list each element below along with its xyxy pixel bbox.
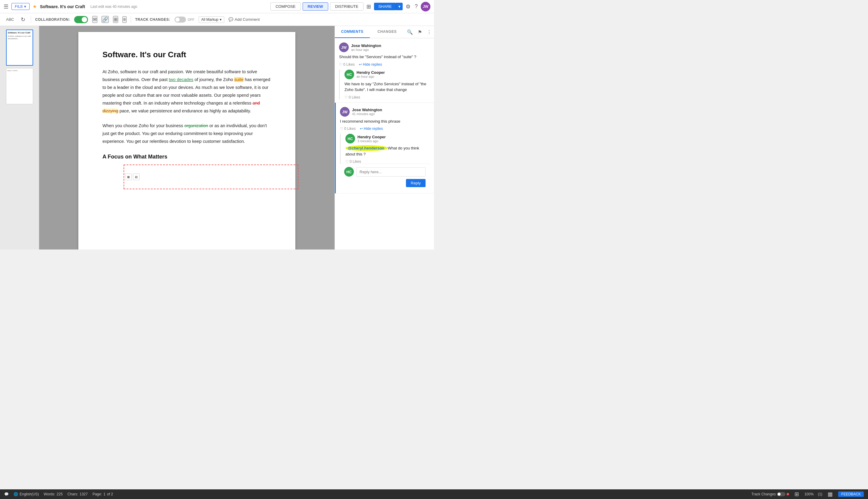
document-area[interactable]: ⊠ ⊟ Software. It's our Craft At Zoho, so…: [39, 26, 334, 250]
tab-comments[interactable]: COMMENTS: [335, 26, 370, 38]
reply-likes-1: 0 Likes: [349, 95, 360, 99]
reply-actions-1: ♡ 0 Likes: [344, 95, 430, 99]
grid-icon-button[interactable]: ⊞: [113, 16, 118, 23]
like-button-1[interactable]: ♡ 0 Likes: [339, 62, 355, 66]
page-thumbnail-1[interactable]: Software. It's our Craft At Zoho, softwa…: [6, 29, 33, 66]
like-button-2[interactable]: ♡ 0 Likes: [340, 126, 356, 131]
collaboration-label: COLLABORATION:: [35, 17, 70, 22]
help-icon-button[interactable]: ?: [414, 2, 419, 11]
toolbar-separator: [31, 16, 31, 23]
like-button-reply-1[interactable]: ♡ 0 Likes: [344, 95, 360, 99]
reply-meta-1: Hendry Cooper an hour ago: [356, 70, 385, 78]
more-options-icon[interactable]: ⋮: [424, 26, 434, 38]
comment-meta-2: Jose Wahington 41 minutes ago: [352, 108, 382, 116]
para1-of: of journey, the Zoho: [193, 77, 234, 82]
avatar-hendry-2: HC: [345, 134, 355, 144]
heart-icon-reply-1: ♡: [344, 95, 348, 99]
inline-icon-2[interactable]: ⊟: [133, 173, 139, 180]
suite-word: suite: [234, 77, 244, 82]
mention-text: @cheryl.henderson: [348, 146, 384, 150]
paragraph-1: At Zoho, software is our craft and passi…: [102, 68, 271, 115]
filter-comments-icon[interactable]: ⚑: [415, 26, 424, 38]
svg-text:HC: HC: [346, 73, 352, 77]
list-icon-button[interactable]: ≡: [122, 16, 126, 23]
markup-select[interactable]: All Markup ▾: [199, 16, 224, 23]
organization-word: organization: [184, 123, 208, 128]
reply-input-field[interactable]: [356, 167, 426, 177]
comment-body-2: I recommend removing this phrase: [340, 119, 430, 124]
comment-body-1: Should this be "Services" instead of "su…: [339, 54, 430, 60]
svg-text:HC: HC: [347, 137, 353, 141]
share-button[interactable]: SHARE: [374, 3, 396, 10]
reply-body-2: @cheryl.henderson What do you think abou…: [345, 145, 430, 157]
heart-icon-2: ♡: [340, 126, 343, 131]
two-word: two: [169, 77, 176, 82]
right-panel: COMMENTS CHANGES 🔍 ⚑ ⋮ JW Jose Wahington…: [334, 26, 434, 250]
top-bar: ☰ FILE ▾ ★ Software. It's our Craft Last…: [0, 0, 434, 13]
inline-action-icons: ⊠ ⊟: [125, 173, 139, 180]
add-comment-button[interactable]: 💬 Add Comment: [229, 17, 260, 22]
dizzying-word: dizzying: [102, 109, 118, 113]
settings-icon-button[interactable]: ⚙: [404, 2, 412, 11]
document-page: ⊠ ⊟ Software. It's our Craft At Zoho, so…: [78, 32, 295, 250]
search-comments-icon[interactable]: 🔍: [404, 26, 415, 38]
thumbnail-panel: Software. It's our Craft At Zoho, softwa…: [0, 26, 39, 250]
collaboration-toggle-switch[interactable]: ON: [74, 16, 88, 23]
and-word: and: [253, 101, 260, 106]
time-2: 41 minutes ago: [352, 112, 382, 116]
reply-actions-2: ♡ 0 Likes: [345, 159, 430, 163]
track-toggle-switch[interactable]: [174, 16, 186, 23]
reply-time-2: 3 minutes ago: [357, 139, 386, 143]
link-icon-button[interactable]: 🔗: [101, 16, 109, 23]
author-jose-1: Jose Wahington: [351, 44, 381, 48]
avatar-jose-2: JW: [340, 107, 350, 117]
like-button-reply-2[interactable]: ♡ 0 Likes: [345, 159, 361, 163]
avatar-hendry-1: HC: [344, 70, 354, 79]
menu-icon[interactable]: ☰: [4, 3, 9, 10]
hide-replies-button-2[interactable]: ↩ Hide replies: [360, 126, 383, 131]
hide-replies-label-2: Hide replies: [364, 126, 383, 131]
secondary-toolbar: ABC ↻ COLLABORATION: ON ✉ 🔗 ⊞ ≡ TRACK CH…: [0, 13, 434, 26]
reply-submit-button[interactable]: Reply: [406, 179, 426, 187]
inline-icon-1[interactable]: ⊠: [125, 173, 132, 180]
reply-thread-1: HC Hendry Cooper an hour ago We have to …: [339, 70, 430, 99]
right-panel-tabs: COMMENTS CHANGES 🔍 ⚑ ⋮: [335, 26, 434, 38]
email-icon-button[interactable]: ✉: [92, 16, 97, 23]
heart-icon-reply-2: ♡: [345, 159, 349, 163]
comment-header-2: JW Jose Wahington 41 minutes ago: [340, 107, 430, 117]
distribute-button[interactable]: DISTRIBUTE: [330, 2, 364, 11]
file-button[interactable]: FILE ▾: [11, 3, 29, 10]
document-title: Software. It's our Craft: [102, 50, 271, 59]
reply-header-1: HC Hendry Cooper an hour ago: [344, 70, 430, 79]
comments-area: JW Jose Wahington an hour ago Should thi…: [335, 38, 434, 250]
decades-text: decades: [176, 77, 194, 82]
add-comment-label: Add Comment: [235, 17, 260, 22]
star-icon[interactable]: ★: [33, 4, 37, 9]
likes-count-2: 0 Likes: [344, 126, 356, 131]
para2-start: When you choose Zoho for your business: [102, 123, 184, 128]
compose-button[interactable]: COMPOSE: [270, 2, 301, 11]
reply-icon-2: ↩: [360, 126, 363, 131]
track-changes-toggle[interactable]: OFF: [174, 16, 194, 23]
time-1: an hour ago: [351, 48, 381, 51]
likes-count-1: 0 Likes: [343, 62, 355, 66]
file-label: FILE: [15, 4, 23, 9]
toolbar-separator-2: [131, 16, 131, 23]
reply-input-area: HC Reply: [340, 163, 430, 190]
page-thumbnail-2[interactable]: page 2 content...: [6, 68, 33, 104]
comment-meta-1: Jose Wahington an hour ago: [351, 44, 381, 51]
present-icon-button[interactable]: ⊞: [365, 2, 372, 11]
spellcheck-icon-button[interactable]: ABC: [5, 16, 15, 23]
section-heading: A Focus on What Matters: [102, 152, 271, 161]
hide-replies-button-1[interactable]: ↩ Hide replies: [359, 62, 382, 66]
add-comment-icon: 💬: [229, 17, 233, 22]
paragraph-2: When you choose Zoho for your business o…: [102, 122, 271, 145]
reply-icon-1: ↩: [359, 62, 362, 66]
top-right-actions: COMPOSE REVIEW DISTRIBUTE ⊞ SHARE ▾ ⚙ ? …: [270, 2, 430, 11]
translate-icon-button[interactable]: ↻: [20, 15, 26, 24]
review-button[interactable]: REVIEW: [303, 2, 328, 11]
tab-changes[interactable]: CHANGES: [370, 26, 405, 38]
comment-header-1: JW Jose Wahington an hour ago: [339, 42, 430, 52]
share-dropdown-button[interactable]: ▾: [396, 3, 403, 10]
collaboration-toggle[interactable]: ON: [74, 16, 88, 23]
